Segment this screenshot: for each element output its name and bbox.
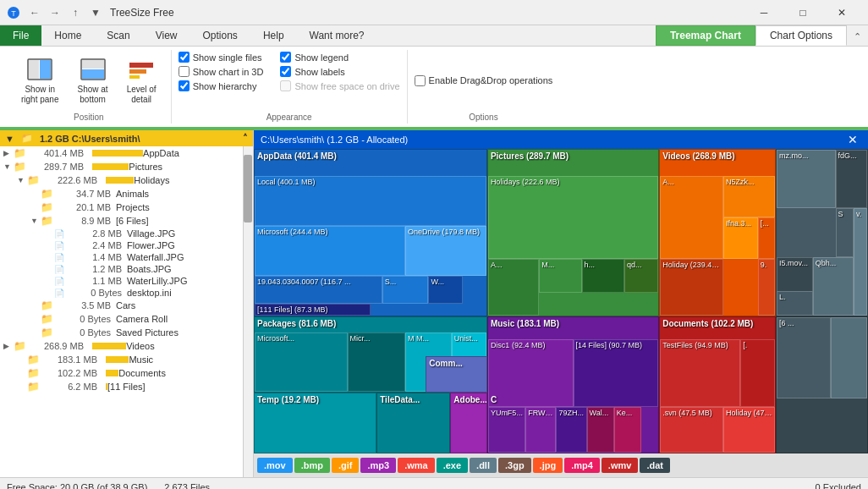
- tree-item[interactable]: ▼📁222.6 MBHolidays: [0, 173, 243, 187]
- forward-button[interactable]: →: [46, 3, 64, 22]
- tree-item[interactable]: ▼📁289.7 MBPictures: [0, 160, 243, 173]
- treemap-inner-cell[interactable]: Qbh...: [813, 257, 854, 316]
- tree-item[interactable]: 📄1.2 MBBoats.JPG: [0, 263, 243, 275]
- tab-options[interactable]: Options: [190, 25, 250, 46]
- tree-item[interactable]: 📄2.8 MBVillage.JPG: [0, 228, 243, 239]
- treemap-inner-cell[interactable]: S: [836, 208, 854, 258]
- tree-item[interactable]: 📁6.2 MB[11 Files]: [0, 380, 243, 393]
- left-panel-scroll-up[interactable]: ˄: [243, 133, 248, 144]
- tree-item[interactable]: 📁20.1 MBProjects: [0, 201, 243, 214]
- treemap-inner-cell[interactable]: Micr...: [348, 332, 405, 392]
- tree-toggle[interactable]: ▼: [3, 162, 14, 171]
- tree-item[interactable]: 📁102.2 MBDocuments: [0, 366, 243, 380]
- enable-drag-drop-checkbox[interactable]: [415, 75, 426, 86]
- tab-chart-options[interactable]: Chart Options: [755, 25, 847, 46]
- legend-item[interactable]: .3gp: [498, 458, 531, 473]
- treemap-inner-cell[interactable]: .svn (47.5 MB): [660, 407, 723, 453]
- treemap-inner-cell[interactable]: Local (400.1 MB): [255, 176, 486, 226]
- tree-item[interactable]: ▼📁8.9 MB[6 Files]: [0, 214, 243, 228]
- treemap-inner-cell[interactable]: S...: [382, 276, 429, 304]
- treemap-inner-cell[interactable]: Wal...: [587, 407, 614, 453]
- tree-container[interactable]: ▶📁401.4 MBAppData▼📁289.7 MBPictures▼📁222…: [0, 146, 243, 477]
- tree-toggle[interactable]: ▼: [17, 176, 27, 184]
- show-chart-3d-checkbox[interactable]: [179, 66, 190, 77]
- show-right-pane-button[interactable]: Show in right pane: [14, 52, 66, 109]
- close-button[interactable]: ✕: [822, 0, 861, 25]
- treemap-cell[interactable]: mz.mo...fdG...Sv.I5.mov...Qbh...L.: [776, 149, 868, 316]
- treemap-cell[interactable]: [6 ...: [776, 316, 868, 453]
- legend-item[interactable]: .dat: [640, 458, 670, 473]
- treemap-inner-cell[interactable]: [6 ...: [777, 317, 831, 398]
- scrollbar-thumb[interactable]: [244, 155, 252, 223]
- tab-home[interactable]: Home: [41, 25, 94, 46]
- treemap-inner-cell[interactable]: L.: [777, 291, 813, 316]
- treemap-cell[interactable]: Comm...: [426, 356, 487, 393]
- tree-toggle[interactable]: ▶: [3, 342, 14, 350]
- treemap-inner-cell[interactable]: TestFiles (94.9 MB): [660, 339, 740, 407]
- treemap-inner-cell[interactable]: [.: [740, 339, 775, 407]
- tree-item[interactable]: 📄2.4 MBFlower.JPG: [0, 239, 243, 251]
- tree-item[interactable]: 📄0 Bytesdesktop.ini: [0, 287, 243, 299]
- treemap-cell[interactable]: Adobe...: [450, 393, 487, 453]
- treemap-inner-cell[interactable]: A...: [660, 176, 723, 259]
- legend-item[interactable]: .jpg: [533, 458, 563, 473]
- treemap-inner-cell[interactable]: Ifna.3...: [723, 217, 758, 259]
- show-hierarchy-checkbox[interactable]: [179, 80, 190, 91]
- tab-help[interactable]: Help: [250, 25, 297, 46]
- treemap-cell[interactable]: AppData (401.4 MB)Local (400.1 MB)Micros…: [254, 149, 487, 316]
- legend-item[interactable]: .bmp: [294, 458, 330, 473]
- tree-item[interactable]: 📄1.4 MBWaterfall.JPG: [0, 251, 243, 263]
- treemap-inner-cell[interactable]: [14 Files] (90.7 MB): [574, 339, 659, 407]
- treemap-cell[interactable]: Pictures (289.7 MB)Holidays (222.6 MB)A.…: [487, 149, 659, 316]
- legend-item[interactable]: .gif: [332, 458, 360, 473]
- tree-item[interactable]: 📁34.7 MBAnimals: [0, 187, 243, 201]
- show-free-space-checkbox[interactable]: [280, 80, 291, 91]
- tree-item[interactable]: ▶📁268.9 MBVideos: [0, 339, 243, 353]
- treemap-inner-cell[interactable]: 9.: [758, 259, 775, 316]
- treemap-inner-cell[interactable]: 79ZH...: [556, 407, 586, 453]
- tab-want-more[interactable]: Want more?: [297, 25, 377, 46]
- left-panel-toggle[interactable]: ▼: [5, 134, 14, 144]
- treemap-cell[interactable]: Documents (102.2 MB)TestFiles (94.9 MB)[…: [659, 316, 776, 453]
- minimize-button[interactable]: ─: [744, 0, 783, 25]
- treemap-inner-cell[interactable]: [831, 317, 867, 398]
- treemap-cell[interactable]: Temp (19.2 MB): [254, 393, 376, 453]
- tab-file[interactable]: File: [0, 25, 41, 46]
- legend-item[interactable]: .mp4: [564, 458, 600, 473]
- treemap-inner-cell[interactable]: qd...: [624, 259, 658, 292]
- treemap-inner-cell[interactable]: 19.043.0304.0007 (116.7 ...: [255, 276, 382, 304]
- tree-item[interactable]: 📁0 BytesCamera Roll: [0, 312, 243, 326]
- treemap-inner-cell[interactable]: v.: [854, 208, 867, 316]
- treemap-inner-cell[interactable]: Ke...: [614, 407, 641, 453]
- treemap-inner-cell[interactable]: [...: [758, 217, 775, 259]
- treemap-inner-cell[interactable]: [111 Files] (87.3 MB): [255, 304, 371, 316]
- maximize-button[interactable]: □: [783, 0, 822, 25]
- treemap-inner-cell[interactable]: FRWU...: [525, 407, 556, 453]
- treemap-cell[interactable]: TileData...: [376, 393, 450, 453]
- legend-item[interactable]: .exe: [437, 458, 468, 473]
- show-single-files-checkbox[interactable]: [179, 52, 190, 63]
- tab-scan[interactable]: Scan: [94, 25, 142, 46]
- treemap-inner-cell[interactable]: h...: [582, 259, 624, 292]
- tree-toggle[interactable]: ▶: [3, 149, 14, 157]
- up-button[interactable]: ↑: [66, 3, 85, 22]
- treemap-cell[interactable]: Videos (268.9 MB)A...N5Zzk...Ifna.3...[.…: [659, 149, 776, 316]
- treemap-close-button[interactable]: ✕: [844, 133, 861, 146]
- treemap-body[interactable]: AppData (401.4 MB)Local (400.1 MB)Micros…: [254, 149, 868, 453]
- treemap-inner-cell[interactable]: W...: [428, 276, 463, 304]
- vertical-scrollbar[interactable]: [243, 146, 253, 477]
- legend-item[interactable]: .wmv: [602, 458, 639, 473]
- show-labels-checkbox[interactable]: [280, 66, 291, 77]
- treemap-inner-cell[interactable]: Microsoft (244.4 MB): [255, 226, 405, 276]
- back-button[interactable]: ←: [25, 3, 44, 22]
- legend-item[interactable]: .mp3: [360, 458, 396, 473]
- treemap-inner-cell[interactable]: YUmF5...: [488, 407, 525, 453]
- tree-item[interactable]: 📁183.1 MBMusic: [0, 353, 243, 366]
- treemap-inner-cell[interactable]: Holiday (47.0 ...: [723, 407, 775, 453]
- legend-item[interactable]: .wma: [398, 458, 435, 473]
- tree-item[interactable]: 📁3.5 MBCars: [0, 299, 243, 312]
- tab-view[interactable]: View: [143, 25, 190, 46]
- treemap-cell[interactable]: Music (183.1 MB)Disc1 (92.4 MB)[14 Files…: [487, 316, 659, 453]
- treemap-inner-cell[interactable]: Holidays (222.6 MB): [488, 176, 658, 259]
- tree-item[interactable]: 📄1.1 MBWaterLilly.JPG: [0, 275, 243, 287]
